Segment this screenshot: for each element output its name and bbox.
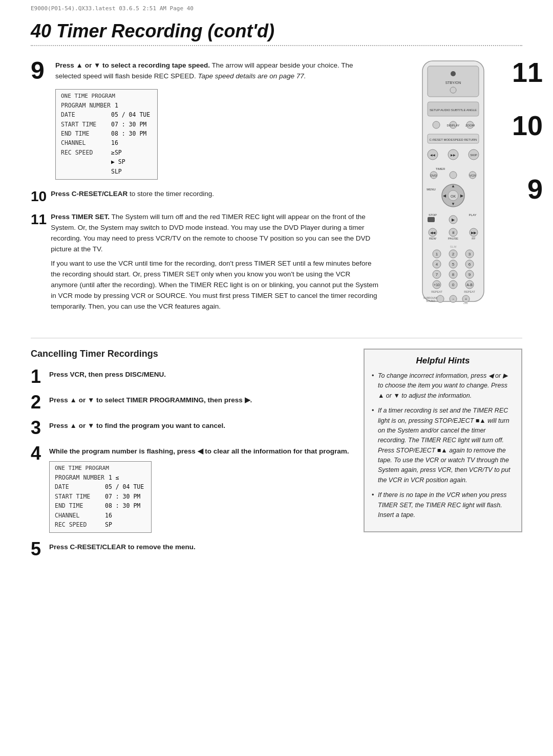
svg-text:▶: ▶ [452, 218, 455, 222]
helpful-hints-section: Helpful Hints To change incorrect inform… [364, 349, 522, 566]
cancel-step-1: 1 Press VCR, then press DISC/MENU. [31, 368, 351, 386]
top-right: 11 10 9 STBY/ON SETUP [389, 58, 522, 322]
svg-point-4 [450, 87, 456, 93]
svg-text:▶: ▶ [460, 193, 464, 198]
side-num-11: 11 [512, 58, 543, 86]
hint-2: If a timer recording is set and the TIME… [372, 406, 514, 485]
osd-row: START TIME07 : 30 PM [55, 492, 146, 501]
cancel-step-1-text: Press VCR, then press DISC/MENU. [49, 370, 351, 380]
svg-text:TIMER: TIMER [436, 167, 445, 170]
cancel-step-5-num: 5 [31, 540, 45, 558]
cancel-step-5: 5 Press C-RESET/CLEAR to remove the menu… [31, 540, 351, 558]
cancel-step-3-num: 3 [31, 419, 45, 437]
svg-text:SKIP: SKIP [470, 154, 477, 157]
svg-text:DISPLAY: DISPLAY [447, 124, 460, 127]
svg-text:6: 6 [469, 262, 471, 267]
side-num-10: 10 [512, 112, 543, 139]
svg-text:▲: ▲ [451, 184, 455, 188]
svg-text:PLAY: PLAY [469, 213, 477, 217]
file-header: E9000(P01-54).QX33.latest 03.6.5 2:51 AM… [31, 5, 194, 12]
cancel-step-5-content: Press C-RESET/CLEAR to remove the menu. [49, 540, 351, 553]
osd-title-step4: ONE TIME PROGRAM [55, 465, 146, 471]
step-10-bold: Press C-RESET/CLEAR [51, 190, 127, 198]
svg-text:7: 7 [436, 272, 438, 277]
svg-text:+: + [465, 297, 467, 301]
step-9-content: Press ▲ or ▼ to select a recording tape … [55, 58, 379, 180]
step-9-text: Press ▲ or ▼ to select a recording tape … [55, 60, 379, 82]
svg-text:MENU: MENU [427, 188, 436, 191]
svg-text:REPEAT: REPEAT [431, 290, 442, 293]
cancel-step-1-num: 1 [31, 368, 45, 386]
section-divider [31, 338, 522, 338]
bottom-section: Cancelling Timer Recordings 1 Press VCR,… [31, 349, 522, 566]
osd-row-slp: SLP [61, 167, 152, 176]
svg-text:+10: +10 [434, 283, 440, 287]
hint-3: If there is no tape in the VCR when you … [372, 490, 514, 520]
osd-box-step4: ONE TIME PROGRAM PROGRAM NUMBER1 ≤ DATE0… [49, 461, 152, 533]
svg-text:FF: FF [472, 237, 476, 240]
svg-text:−: − [452, 297, 454, 301]
svg-text:0: 0 [452, 283, 455, 287]
svg-text:▼: ▼ [451, 202, 455, 206]
osd-row: DATE05 / 04 TUE [55, 482, 146, 491]
step-11-content: Press TIMER SET. The System will turn of… [51, 212, 379, 312]
svg-text:STBY/ON: STBY/ON [445, 81, 461, 84]
svg-text:STOP: STOP [429, 213, 437, 217]
osd-row: END TIME08 : 30 PM [55, 501, 146, 510]
svg-text:4: 4 [436, 262, 438, 267]
svg-point-23 [450, 171, 457, 179]
helpful-hints-list: To change incorrect information, press ◀… [372, 371, 514, 520]
cancel-step-2-text: Press ▲ or ▼ to select TIMER PROGRAMMING… [49, 395, 351, 406]
cancel-step-2-content: Press ▲ or ▼ to select TIMER PROGRAMMING… [49, 393, 351, 406]
svg-point-7 [433, 121, 440, 128]
svg-text:2: 2 [452, 252, 455, 256]
step-9: 9 Press ▲ or ▼ to select a recording tap… [31, 58, 379, 180]
svg-text:◀◀: ◀◀ [430, 231, 436, 234]
cancel-step-4-content: While the program number is flashing, pr… [49, 444, 351, 533]
svg-text:C-RESET  MODESPEED  RETURN: C-RESET MODESPEED RETURN [430, 138, 477, 141]
svg-text:5: 5 [452, 262, 455, 267]
svg-text:A-B: A-B [466, 283, 473, 287]
osd-row: PROGRAM NUMBER1 [61, 101, 152, 110]
cancel-step-4-text: While the program number is flashing, pr… [49, 446, 351, 457]
svg-text:1: 1 [436, 252, 438, 256]
osd-row: CHANNEL16 [55, 511, 146, 520]
svg-text:SETUP  AUDIO  SUBTITLE  ANGLE: SETUP AUDIO SUBTITLE ANGLE [430, 109, 477, 112]
svg-text:SLM: SLM [450, 245, 456, 248]
svg-text:◀◀: ◀◀ [430, 154, 435, 157]
osd-title-step9: ONE TIME PROGRAM [61, 93, 152, 99]
svg-text:SOUND: SOUND [426, 299, 435, 303]
svg-text:REPEAT: REPEAT [464, 290, 475, 293]
osd-row: REC SPEEDSP [55, 520, 146, 529]
svg-text:▶▶: ▶▶ [471, 231, 477, 234]
osd-row-sp: ▶ SP [61, 157, 152, 166]
step-9-bold: Press ▲ or ▼ to select a recording tape … [55, 61, 210, 69]
svg-point-77 [437, 295, 444, 303]
cancel-step-2: 2 Press ▲ or ▼ to select TIMER PROGRAMMI… [31, 393, 351, 412]
svg-text:▶▶: ▶▶ [451, 154, 456, 157]
step-11-bold: Press TIMER SET. [51, 213, 110, 221]
step-11-text1: Press TIMER SET. The System will turn of… [51, 212, 379, 255]
osd-row: START TIME07 : 30 PM [61, 120, 152, 129]
svg-text:9: 9 [469, 272, 471, 277]
cancel-step-5-text: Press C-RESET/CLEAR to remove the menu. [49, 542, 351, 553]
svg-text:VCR: VCR [470, 174, 476, 177]
cancel-step-1-content: Press VCR, then press DISC/MENU. [49, 368, 351, 380]
hint-1: To change incorrect information, press ◀… [372, 371, 514, 401]
osd-row-recspeed: REC SPEED≥SP [61, 148, 152, 157]
step-10: 10 Press C-RESET/CLEAR to store the time… [31, 189, 379, 205]
svg-text:3: 3 [469, 252, 471, 256]
cancel-step-3: 3 Press ▲ or ▼ to find the program you w… [31, 419, 351, 437]
helpful-hints-box: Helpful Hints To change incorrect inform… [364, 349, 522, 532]
remote-illustration: STBY/ON SETUP AUDIO SUBTITLE ANGLE DISPL… [412, 58, 499, 306]
cancel-step-4: 4 While the program number is flashing, … [31, 444, 351, 533]
step-9-number: 9 [31, 58, 49, 180]
svg-text:8: 8 [452, 272, 455, 277]
svg-text:DVD: DVD [431, 174, 437, 177]
cancel-heading: Cancelling Timer Recordings [31, 349, 351, 359]
cancel-step-3-text: Press ▲ or ▼ to find the program you wan… [49, 421, 351, 431]
cancel-step-3-content: Press ▲ or ▼ to find the program you wan… [49, 419, 351, 431]
top-section: 9 Press ▲ or ▼ to select a recording tap… [31, 58, 522, 322]
header-divider [31, 45, 522, 46]
helpful-hints-title: Helpful Hints [372, 356, 514, 366]
